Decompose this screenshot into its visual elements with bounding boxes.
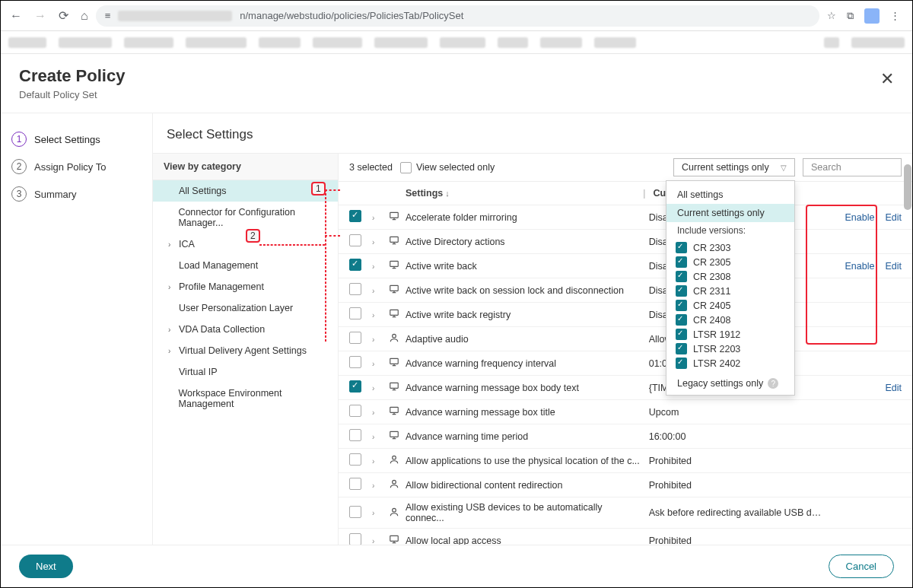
setting-name: Advance warning frequency interval [406,358,649,369]
row-checkbox[interactable] [349,380,361,393]
expand-icon[interactable]: › [372,408,374,417]
enable-link[interactable]: Enable [845,212,875,223]
row-checkbox[interactable] [349,453,361,466]
version-option[interactable]: CR 2408 [676,313,785,327]
svg-rect-2 [390,261,399,266]
category-item[interactable]: ›Virtual Delivery Agent Settings [153,340,338,361]
svg-rect-1 [390,237,399,242]
next-button[interactable]: Next [19,555,73,578]
setting-name: Active write back registry [406,310,649,320]
settings-table-body: › Accelerate folder mirroring Disable En… [339,205,912,549]
profile-avatar[interactable] [864,8,880,24]
table-row: › Active write back registry Disable [339,303,912,327]
category-item[interactable]: ›VDA Data Collection [153,319,338,340]
expand-icon[interactable]: › [372,457,374,466]
include-versions-label: Include versions: [666,222,794,239]
category-item[interactable]: ›User Personalization Layer [153,297,338,319]
expand-icon[interactable]: › [372,238,374,246]
kebab-icon[interactable]: ⋮ [890,10,900,21]
row-checkbox[interactable] [349,307,361,319]
row-checkbox[interactable] [349,332,361,344]
cancel-button[interactable]: Cancel [829,555,894,578]
row-checkbox[interactable] [349,478,361,490]
wizard-steps: 1Select Settings2Assign Policy To3Summar… [1,113,153,549]
reload-icon[interactable]: ⟳ [59,8,68,23]
edit-link[interactable]: Edit [885,261,902,272]
expand-icon[interactable]: › [372,509,374,517]
url-text: n/manage/webstudio/policies/PoliciesTab/… [240,10,463,21]
version-option[interactable]: CR 2308 [676,269,785,284]
enable-link[interactable]: Enable [845,261,875,272]
back-icon[interactable]: ← [10,9,22,23]
category-item[interactable]: ›Connector for Configuration Manager... [153,202,338,234]
bookmarks-bar [1,31,912,54]
content-title: Select Settings [153,113,912,153]
edit-link[interactable]: Edit [885,383,902,393]
category-item[interactable]: ›All Settings [153,180,338,202]
edit-link[interactable]: Edit [885,212,902,223]
expand-icon[interactable]: › [372,335,374,344]
address-bar[interactable]: ≡ n/manage/webstudio/policies/PoliciesTa… [96,5,819,27]
settings-filter-dropdown[interactable]: Current settings only ▽ All settings Cur… [673,158,795,176]
expand-icon[interactable]: › [372,287,374,295]
extensions-icon[interactable]: ⧉ [847,10,854,22]
svg-rect-0 [390,212,399,218]
star-icon[interactable]: ☆ [827,10,836,21]
version-option[interactable]: LTSR 2203 [676,342,785,356]
setting-name: Advance warning time period [406,431,649,442]
expand-icon[interactable]: › [372,311,374,319]
setting-value: Prohibited [649,480,826,491]
expand-icon[interactable]: › [372,433,374,441]
row-checkbox[interactable] [349,533,361,545]
col-settings[interactable]: Settings [406,188,643,199]
legacy-settings-toggle[interactable]: Legacy settings only ? [666,372,794,390]
version-option[interactable]: CR 2305 [676,255,785,269]
setting-name: Allow applications to use the physical l… [406,456,649,466]
category-item[interactable]: ›Profile Management [153,276,338,297]
expand-icon[interactable]: › [372,262,374,271]
row-checkbox[interactable] [349,234,361,246]
wizard-step[interactable]: 2Assign Policy To [1,153,152,180]
wizard-step[interactable]: 3Summary [1,180,152,208]
row-checkbox[interactable] [349,429,361,441]
setting-name: Advance warning message box title [406,407,649,418]
expand-icon[interactable]: › [372,482,374,490]
wizard-step[interactable]: 1Select Settings [1,126,152,153]
version-option[interactable]: CR 2405 [676,298,785,313]
row-checkbox[interactable] [349,210,361,222]
filter-opt-all[interactable]: All settings [666,186,794,204]
expand-icon[interactable]: › [372,214,374,222]
view-selected-toggle[interactable]: View selected only [400,162,495,173]
version-option[interactable]: CR 2303 [676,240,785,255]
category-item[interactable]: ›Workspace Environment Management [153,383,338,415]
version-option[interactable]: LTSR 2402 [676,356,785,370]
close-icon[interactable]: ✕ [880,66,894,89]
window-scrollbar[interactable] [904,164,911,210]
row-checkbox[interactable] [349,259,361,271]
row-checkbox[interactable] [349,356,361,368]
svg-rect-6 [390,358,399,364]
help-icon[interactable]: ? [768,378,778,389]
svg-point-12 [393,508,396,512]
expand-icon[interactable]: › [372,360,374,368]
version-option[interactable]: LTSR 1912 [676,327,785,342]
row-checkbox[interactable] [349,405,361,417]
forward-icon[interactable]: → [34,9,46,23]
home-icon[interactable]: ⌂ [81,9,88,23]
page-subtitle: Default Policy Set [19,89,125,100]
category-item[interactable]: ›Virtual IP [153,361,338,383]
version-option[interactable]: CR 2311 [676,284,785,298]
filter-opt-current[interactable]: Current settings only [666,204,794,222]
expand-icon[interactable]: › [372,384,374,393]
site-info-icon[interactable]: ≡ [105,10,111,21]
category-sidebar: View by category ›All Settings›Connector… [153,153,339,549]
setting-name: Active Directory actions [406,237,649,247]
expand-icon[interactable]: › [372,537,374,545]
monitor-icon [389,405,406,418]
row-checkbox[interactable] [349,283,361,295]
category-item[interactable]: ›Load Management [153,255,338,276]
table-row: › Advance warning time period 16:00:00 [339,424,912,449]
table-row: › Allow bidirectional content redirectio… [339,473,912,497]
row-checkbox[interactable] [349,506,361,518]
search-input[interactable]: Search [803,158,902,176]
